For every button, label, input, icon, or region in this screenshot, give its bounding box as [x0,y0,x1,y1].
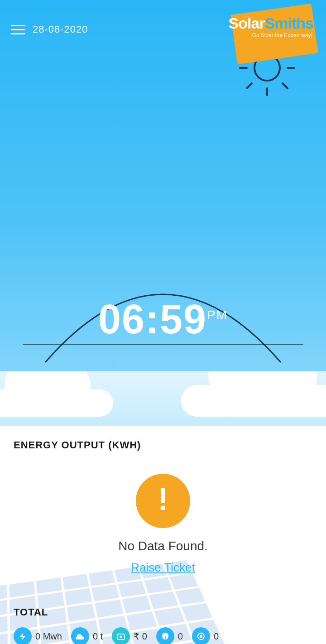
stat-extra: 0 [192,627,219,644]
svg-line-5 [283,83,288,88]
total-title: TOTAL [14,606,312,618]
stats-row: 0 Mwh 0 t [14,627,312,644]
stat-co2: 0 t [71,627,103,644]
stat-mwh: 0 Mwh [14,627,62,644]
time-value: 06:59 [98,297,207,342]
logo-tagline: Go Solar the Expert way! [229,32,313,38]
warning-exclamation: ! [158,483,168,515]
time-clock: 06:59PM [98,297,228,342]
cloud-left [0,389,113,417]
stat-leaf-value: 0 [178,631,183,642]
content-section: ENERGY OUTPUT (KWH) ! No Data Found. Rai… [0,426,326,644]
stat-mwh-value: 0 Mwh [35,631,62,642]
cloud-right [181,385,326,417]
stat-icon-cloud [71,627,89,644]
stat-icon-lightning [14,627,32,644]
total-section: TOTAL 0 Mwh 0 t [14,606,312,644]
arc-baseline [23,344,303,345]
header-left: 28-08-2020 [11,24,88,35]
logo-brand-name: SolarSmiths [229,14,313,32]
logo: SolarSmiths Go Solar the Expert way! [225,9,315,50]
header-date: 28-08-2020 [33,24,88,35]
stat-money: ₹ 0 [112,627,147,644]
menu-button[interactable] [11,25,25,34]
no-data-message: No Data Found. [118,539,208,553]
stat-extra-value: 0 [214,631,219,642]
stat-icon-extra [192,627,210,644]
logo-smiths: Smiths [265,14,313,32]
sun-arc [32,217,294,371]
energy-output-title: ENERGY OUTPUT (KWH) [14,439,312,451]
clouds [0,371,326,426]
time-ampm: PM [207,308,228,322]
no-data-area: ! No Data Found. Raise Ticket [14,465,312,593]
warning-icon-circle: ! [136,474,190,528]
svg-point-17 [200,635,202,638]
svg-line-7 [247,83,252,88]
sky-section: 28-08-2020 SolarSmiths Go Solar the Expe… [0,0,326,371]
stat-icon-money [112,627,130,644]
lower-section: ENERGY OUTPUT (KWH) ! No Data Found. Rai… [0,371,326,644]
stat-icon-leaf [156,627,174,644]
time-display: 06:59PM [98,299,228,340]
header: 28-08-2020 SolarSmiths Go Solar the Expe… [0,0,326,50]
raise-ticket-link[interactable]: Raise Ticket [131,561,195,575]
logo-solar: Solar [229,14,265,32]
stat-money-value: ₹ 0 [134,631,147,642]
stat-leaf: 0 [156,627,183,644]
logo-text: SolarSmiths Go Solar the Expert way! [229,14,313,38]
stat-co2-value: 0 t [93,631,103,642]
svg-point-14 [120,636,122,638]
